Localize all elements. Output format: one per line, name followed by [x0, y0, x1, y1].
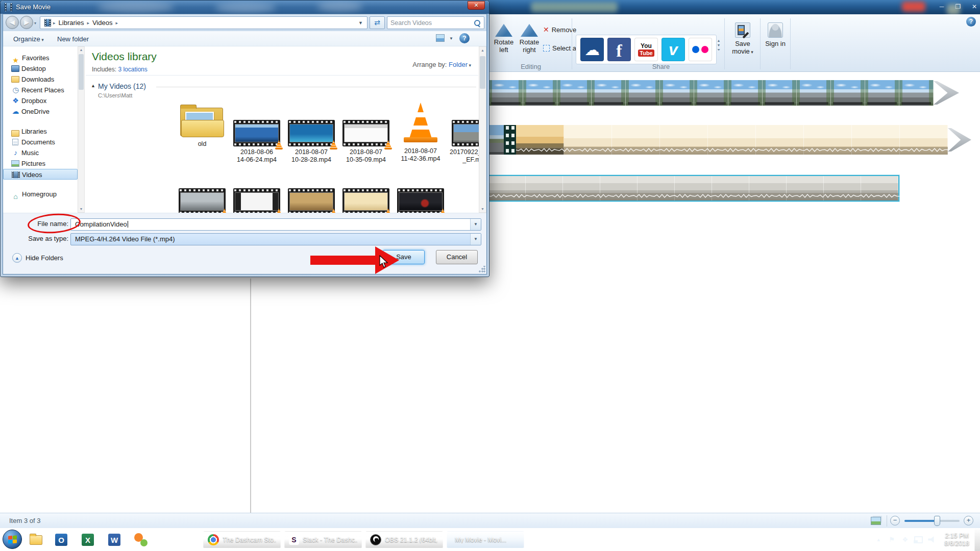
select-all-button[interactable]: Select all — [543, 43, 579, 53]
address-bar[interactable]: ▸Libraries▸Videos▸ ▼ — [40, 16, 368, 29]
taskbar-window-chrome[interactable]: The Dashcam Sto... — [203, 531, 281, 548]
collapse-icon[interactable]: ▲ — [91, 83, 95, 88]
sidebar-item-dropbox[interactable]: ❖Dropbox — [3, 95, 78, 106]
scroll-up-icon[interactable]: ▲ — [716, 39, 722, 42]
sidebar-item-downloads[interactable]: Downloads — [3, 74, 78, 85]
file-item-an-angel[interactable]: An Angel — [231, 188, 282, 213]
timeline-strip-2[interactable] — [487, 125, 948, 155]
audio-waveform — [488, 193, 898, 201]
thumbnail-size-icon[interactable] — [871, 517, 881, 525]
history-dropdown-icon[interactable]: ▾ — [34, 21, 36, 26]
facebook-share-icon[interactable]: f — [607, 38, 631, 61]
file-item-extra-mp4[interactable]: Extra.mp4 — [340, 188, 391, 213]
file-item-2018-08-07-11-42-36-mp4[interactable]: 2018-08-0711-42-36.mp4 — [395, 102, 446, 163]
zoom-slider[interactable] — [904, 520, 960, 522]
nav-scrollbar[interactable]: ▲ ▼ — [78, 46, 85, 213]
show-desktop-button[interactable] — [974, 528, 980, 551]
youtube-share-icon[interactable]: YouTube — [634, 38, 658, 61]
taskbar-chat-icon[interactable] — [132, 531, 150, 548]
sidebar-item-onedrive[interactable]: ☁OneDrive — [3, 106, 78, 117]
sidebar-group-libraries[interactable]: Libraries — [3, 126, 78, 137]
taskbar-window-obs[interactable]: OBS 21.1.2 (64bit, ... — [365, 531, 443, 548]
sidebar-item-music[interactable]: ♪Music — [3, 147, 78, 158]
help-icon[interactable] — [966, 17, 976, 27]
file-item-2018-08-06-14-06-24-mp4[interactable]: 2018-08-0614-06-24.mp4 — [231, 102, 282, 164]
locations-link[interactable]: 3 locations — [118, 66, 147, 73]
rotate-left-button[interactable]: ↶ Rotate left — [491, 20, 517, 54]
breadcrumb-item-libraries[interactable]: Libraries — [56, 19, 87, 27]
hide-folders-button[interactable]: ▲ Hide Folders — [12, 253, 63, 263]
arrange-by[interactable]: Arrange by: Folder — [412, 61, 471, 68]
vimeo-share-icon[interactable]: v — [662, 38, 685, 61]
start-button[interactable] — [3, 530, 22, 549]
sidebar-group-homegroup[interactable]: ⌂Homegroup — [3, 189, 78, 199]
scroll-down-icon[interactable]: ▼ — [479, 206, 486, 212]
timeline-strip-1[interactable] — [421, 80, 934, 106]
forward-button[interactable]: ▶ — [20, 16, 33, 29]
close-button[interactable]: ✕ — [967, 2, 980, 12]
timeline-strip-3-selected[interactable] — [487, 175, 899, 202]
zoom-out-button[interactable]: − — [890, 516, 900, 525]
scroll-down-icon[interactable]: ▼ — [716, 43, 722, 47]
clock[interactable]: 2:15 PM 8/6/2018 — [939, 532, 974, 547]
views-button[interactable]: ▼ — [436, 34, 453, 43]
file-name-input[interactable]: CompilationVideo ▼ — [70, 218, 481, 231]
rotate-right-button[interactable]: ↷ Rotate right — [517, 20, 542, 54]
sidebar-group-favorites[interactable]: ★Favorites — [3, 53, 78, 63]
save-movie-button[interactable]: Save movie — [728, 21, 757, 56]
file-item-old[interactable]: old — [177, 102, 228, 148]
cancel-button[interactable]: Cancel — [436, 250, 478, 264]
file-name-dropdown-icon[interactable]: ▼ — [470, 219, 481, 230]
sidebar-item-recent-places[interactable]: ◷Recent Places — [3, 85, 78, 95]
file-item-2018-08-07-10-35-09-mp4[interactable]: 2018-08-0710-35-09.mp4 — [340, 102, 391, 164]
file-item-20171117-082758[interactable]: 20171117_082758 — [177, 188, 228, 213]
network-icon[interactable] — [914, 536, 923, 543]
taskbar-outlook-icon[interactable]: O — [52, 531, 70, 548]
save-as-type-dropdown-icon[interactable]: ▼ — [470, 234, 481, 245]
dialog-titlebar[interactable]: Save Movie ✕ — [1, 1, 489, 14]
dropbox-tray-icon[interactable]: ❖ — [898, 536, 912, 543]
minimize-button[interactable]: ─ — [934, 2, 949, 12]
sidebar-item-pictures[interactable]: Pictures — [3, 158, 78, 169]
action-center-flag-icon[interactable]: ⚑ — [885, 536, 898, 543]
file-list-scrollbar[interactable]: ▲ ▼ — [479, 46, 486, 213]
scroll-up-icon[interactable]: ▲ — [479, 47, 486, 54]
breadcrumb-item-videos[interactable]: Videos — [89, 19, 116, 27]
sidebar-item-documents[interactable]: Documents — [3, 137, 78, 147]
resize-grip[interactable] — [478, 266, 485, 273]
taskbar-explorer-icon[interactable] — [27, 531, 45, 548]
refresh-button[interactable]: ⇄ — [370, 16, 385, 29]
file-item-lighting-strikes[interactable]: Lighting Strikes — [395, 188, 446, 213]
save-button[interactable]: Save — [383, 250, 425, 264]
save-as-type-select[interactable]: MPEG-4/H.264 Video File (*.mp4) ▼ — [70, 233, 481, 245]
new-folder-button[interactable]: New folder — [54, 34, 92, 44]
zoom-in-button[interactable]: + — [964, 516, 973, 525]
search-box[interactable]: Search Videos — [387, 16, 484, 29]
dialog-help-button[interactable]: ? — [459, 33, 470, 43]
volume-icon[interactable] — [928, 536, 936, 543]
sidebar-item-videos[interactable]: Videos — [3, 169, 78, 180]
scroll-up-icon[interactable]: ▲ — [78, 47, 84, 53]
taskbar-excel-icon[interactable]: X — [79, 531, 97, 548]
arrange-value[interactable]: Folder — [449, 61, 471, 68]
file-group-header[interactable]: ▲ My Videos (12) — [91, 82, 476, 91]
sign-in-button[interactable]: Sign in — [764, 21, 787, 47]
file-item-2018-08-07-10-28-28-mp4[interactable]: 2018-08-0710-28-28.mp4 — [286, 102, 337, 164]
organize-button[interactable]: Organize — [10, 34, 47, 44]
back-button[interactable]: ◀ — [6, 16, 19, 29]
taskbar-word-icon[interactable]: W — [105, 531, 124, 548]
share-scroll-buttons[interactable]: ▲ ▼ ⏷ — [716, 39, 722, 52]
address-dropdown-icon[interactable]: ▼ — [358, 20, 365, 26]
restore-button[interactable]: ❐ — [950, 2, 966, 12]
flickr-share-icon[interactable] — [689, 38, 712, 61]
onedrive-share-icon[interactable]: ☁ — [580, 38, 604, 61]
dialog-close-button[interactable]: ✕ — [468, 1, 485, 10]
zoom-slider-thumb[interactable] — [934, 516, 940, 526]
scroll-down-icon[interactable]: ▼ — [78, 206, 84, 212]
scroll-more-icon[interactable]: ⏷ — [716, 48, 722, 52]
tray-expand-icon[interactable]: ▲ — [872, 537, 885, 542]
taskbar-window-moviemaker[interactable]: My Movie - Movi... — [447, 531, 524, 548]
taskbar-window-slack[interactable]: SSlack - The Dashc... — [284, 531, 362, 548]
file-item-dozer-down-mp4[interactable]: Dozer Down.mp4 — [286, 188, 337, 213]
sidebar-item-desktop[interactable]: Desktop — [3, 63, 78, 74]
